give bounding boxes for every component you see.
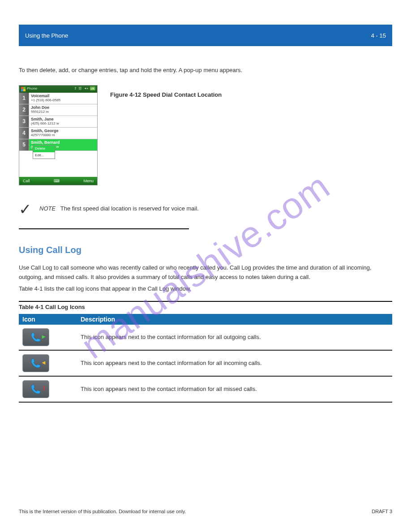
figure-row: Phone ⇄ ᯼ ◀× ok 1 Voicemail +1 (516) 606… [19,85,392,185]
footer-draft-label: DRAFT 3 [372,509,392,514]
contact-detail: +1 (516) 606-0585 [31,99,95,103]
note-label: NOTE [39,205,56,212]
row-description: This icon appears next to the contact in… [76,359,392,368]
table-header-row: Icon Description [19,314,392,325]
speed-dial-list: 1 Voicemail +1 (516) 606-0585 2 John Doe… [19,93,97,151]
ok-button[interactable]: ok [90,86,95,90]
note-row: ✓ NOTE The first speed dial location is … [19,202,392,217]
contact-detail: (425) 666-1212 w [31,122,95,126]
table-row: ◂ This icon appears next to the contact … [19,351,392,377]
intro-paragraph: To then delete, add, or change entries, … [19,66,392,75]
speed-dial-row-2[interactable]: 2 John Doe 5551212 m [19,104,97,116]
softkey-call[interactable]: Call [23,178,30,184]
checkmark-icon: ✓ [19,202,31,217]
table-caption: Table 4-1 Call Log Icons [19,302,392,314]
table-header-description: Description [76,314,392,324]
speed-dial-number: 5 [19,139,29,150]
section-heading: Using Call Log [19,243,392,257]
missed-exclamation-icon: ! [43,383,45,393]
separator-line [19,228,189,229]
screenshot-status-icons: ⇄ ᯼ ◀× ok [75,86,95,92]
page-header: Using the Phone 4 - 15 [19,25,392,46]
speed-dial-row-5-selected[interactable]: 5 Smith, Bernard (6__________) w Delete … [19,139,97,151]
speed-dial-number: 1 [19,93,29,104]
speed-dial-row-3[interactable]: 3 Smith, Jane (425) 666-1212 w [19,116,97,128]
contact-detail: 4257770000 m [31,133,95,137]
table-row: ▸ This icon appears next to the contact … [19,325,392,351]
context-menu: Delete Edit... [33,145,55,159]
context-menu-delete[interactable]: Delete [33,146,55,152]
row-description: This icon appears next to the contact in… [76,333,392,342]
speed-dial-row-4[interactable]: 4 Smith, George 4257770000 m [19,128,97,139]
incoming-arrow-icon: ◂ [42,357,45,367]
outgoing-arrow-icon: ▸ [42,331,45,341]
screenshot-blank-area [19,151,97,177]
call-log-icons-table: Table 4-1 Call Log Icons Icon Descriptio… [19,301,392,403]
missed-call-icon: ! [22,380,49,398]
section-paragraph-1: Use Call Log to call someone who was rec… [19,263,392,282]
header-section-title: Using the Phone [25,32,68,39]
body-content: To then delete, add, or change entries, … [19,66,392,403]
header-page-number: 4 - 15 [371,32,386,39]
figure-caption: Figure 4-12 Speed Dial Contact Location [110,91,222,98]
section-paragraph-2: Table 4-1 lists the call log icons that … [19,285,191,292]
page-footer: This is the Internet version of this pub… [19,509,392,514]
contact-detail: 5551212 m [31,110,95,114]
outgoing-call-icon: ▸ [22,328,49,346]
context-menu-edit[interactable]: Edit... [33,152,55,159]
screenshot-app-title: Phone [27,86,37,92]
table-header-icon: Icon [19,314,76,324]
table-row: ! This icon appears next to the contact … [19,377,392,403]
footer-notice: This is the Internet version of this pub… [19,509,186,514]
keyboard-icon[interactable]: ⌨ [52,179,62,183]
speed-dial-row-1[interactable]: 1 Voicemail +1 (516) 606-0585 [19,93,97,104]
screenshot-bottombar: Call ⌨ Menu [19,177,97,185]
softkey-menu[interactable]: Menu [83,178,94,184]
windows-flag-icon [21,87,26,91]
incoming-call-icon: ◂ [22,354,49,372]
speed-dial-number: 4 [19,128,29,139]
phone-screenshot: Phone ⇄ ᯼ ◀× ok 1 Voicemail +1 (516) 606… [19,85,98,185]
row-description: This icon appears next to the contact in… [76,385,392,394]
speed-dial-number: 3 [19,116,29,127]
speed-dial-number: 2 [19,104,29,116]
screenshot-topbar: Phone ⇄ ᯼ ◀× ok [19,86,97,93]
note-text: The first speed dial location is reserve… [60,205,199,212]
